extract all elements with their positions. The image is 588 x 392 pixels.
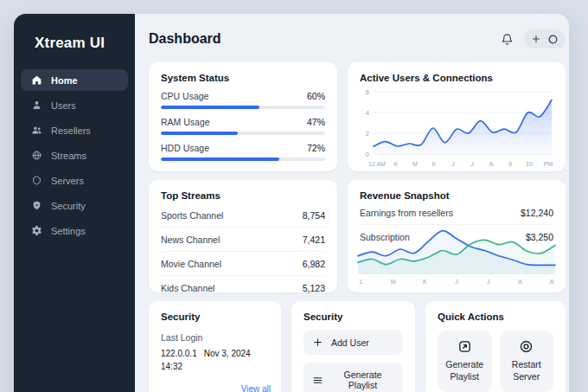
plus-icon: [531, 34, 541, 44]
sidebar-item-label: Security: [51, 201, 86, 211]
sidebar-item-streams[interactable]: Streams: [21, 145, 128, 166]
metric-hdd: HDD Usage72%: [161, 143, 325, 161]
svg-text:6: 6: [366, 88, 369, 96]
revenue-chart: LMKJJAA: [356, 220, 557, 289]
stream-value: 8,754: [303, 210, 325, 221]
sidebar-item-label: Users: [51, 100, 76, 111]
progress-bar-track: [161, 157, 325, 161]
svg-text:PM: PM: [544, 161, 553, 167]
user-icon: [31, 100, 42, 111]
svg-text:4: 4: [366, 109, 369, 117]
security-actions-title: Security: [304, 312, 403, 322]
sidebar-item-servers[interactable]: Servers: [21, 170, 128, 191]
system-status-title: System Status: [161, 73, 325, 83]
revenue-chart-svg: LMKJJAA: [356, 220, 557, 286]
metric-cpu: CPU Usage60%: [161, 91, 325, 109]
stream-value: 7,421: [303, 235, 325, 245]
home-icon: [31, 74, 42, 86]
progress-bar-track: [161, 106, 325, 109]
row-1: System Status CPU Usage60%RAM Usage47%HD…: [149, 62, 566, 171]
svg-text:J: J: [455, 279, 458, 285]
svg-text:2: 2: [366, 130, 369, 138]
progress-bar-fill: [161, 132, 238, 135]
restart-icon: [519, 339, 534, 354]
users-chart-svg: 024612 AMKMKJJA910PM: [360, 88, 553, 168]
system-status-card: System Status CPU Usage60%RAM Usage47%HD…: [149, 62, 337, 171]
stream-label: Kids Channel: [161, 283, 214, 293]
metric-label: HDD Usage: [161, 143, 209, 153]
security-info-title: Security: [161, 312, 269, 322]
restart-server-button[interactable]: Restart Server: [500, 331, 554, 392]
main-content: Dashboard System Status: [135, 14, 569, 392]
stream-row: News Channel7,421: [161, 228, 325, 252]
top-streams-list: Sports Channel8,754News Channel7,421Movi…: [161, 203, 325, 299]
sidebar-item-resellers[interactable]: Resellers: [21, 119, 128, 141]
row-3: Security Last Login 122.0.0.1 Nov 3, 202…: [149, 301, 566, 392]
quick-actions-title: Quick Actions: [438, 312, 553, 322]
topbar-actions: [498, 29, 566, 48]
user-menu-button[interactable]: [524, 29, 566, 48]
quick-actions-buttons: Generate PlaylistRestart Server: [438, 331, 553, 392]
sidebar-item-security[interactable]: Security: [21, 195, 128, 216]
metric-ram: RAM Usage47%: [161, 117, 325, 135]
generate-playlist-button[interactable]: Generate Playlist: [438, 331, 492, 392]
stream-label: News Channel: [161, 235, 220, 245]
view-all-link[interactable]: View all: [241, 384, 271, 392]
stream-row: Movie Channel6,982: [161, 252, 325, 276]
active-users-chart: 024612 AMKMKJJA910PM: [360, 88, 553, 171]
add-user-button[interactable]: Add User: [304, 330, 403, 355]
svg-text:0: 0: [366, 151, 369, 158]
button-label: Restart Server: [503, 359, 551, 382]
topbar: Dashboard: [149, 26, 566, 52]
sidebar-nav: HomeUsersResellersStreamsServersSecurity…: [21, 69, 128, 241]
notifications-bell-icon[interactable]: [498, 30, 515, 48]
svg-text:J: J: [451, 161, 455, 167]
svg-text:K: K: [423, 279, 427, 285]
shield-icon: [31, 200, 42, 211]
security-info-card: Security Last Login 122.0.0.1 Nov 3, 202…: [149, 301, 281, 392]
button-label: Generate Playlist: [331, 370, 394, 390]
top-streams-card: Top Streams Sports Channel8,754News Chan…: [149, 180, 337, 292]
sidebar-item-label: Home: [51, 75, 78, 86]
metric-label: CPU Usage: [161, 91, 208, 101]
revenue-title: Revenue Snapshot: [360, 190, 553, 201]
svg-text:A: A: [518, 279, 522, 285]
last-login-label: Last Login: [161, 332, 269, 343]
svg-text:M: M: [391, 279, 396, 285]
generate-playlist-button[interactable]: Generate Playlist: [304, 363, 403, 392]
sidebar-item-label: Settings: [51, 226, 86, 236]
progress-bar-fill: [161, 157, 279, 161]
stream-value: 6,982: [303, 259, 325, 269]
svg-text:12 AM: 12 AM: [368, 161, 386, 167]
stream-label: Sports Channel: [161, 210, 223, 221]
progress-bar-fill: [161, 106, 259, 109]
gear-icon: [31, 225, 42, 236]
top-streams-title: Top Streams: [161, 190, 325, 201]
svg-text:K: K: [394, 161, 399, 167]
metric-label: RAM Usage: [161, 117, 210, 127]
svg-text:A: A: [489, 161, 494, 167]
svg-text:L: L: [360, 279, 363, 285]
sidebar-item-home[interactable]: Home: [21, 69, 128, 91]
svg-text:K: K: [432, 161, 437, 167]
last-login-time: 14:32: [161, 362, 269, 371]
app-logo: Xtream UI: [21, 29, 128, 69]
last-login-details: 122.0.0.1 Nov 3, 2024: [161, 349, 269, 358]
metric-value: 60%: [307, 91, 325, 101]
globe-icon: [31, 150, 42, 161]
playlist-icon: [457, 339, 472, 354]
svg-text:A: A: [550, 279, 554, 285]
active-users-card: Active Users & Connections 024612 AMKMKJ…: [348, 62, 566, 171]
svg-text:M: M: [412, 161, 418, 167]
last-login-ip: 122.0.0.1: [161, 349, 197, 358]
server-icon: [31, 175, 42, 186]
sidebar-item-label: Resellers: [51, 125, 91, 136]
sidebar-item-settings[interactable]: Settings: [21, 220, 128, 241]
svg-text:9: 9: [508, 161, 512, 167]
dashboard-grid: System Status CPU Usage60%RAM Usage47%HD…: [149, 62, 566, 392]
sidebar-item-users[interactable]: Users: [21, 94, 128, 116]
last-login-date: Nov 3, 2024: [204, 349, 251, 358]
security-actions-buttons: Add UserGenerate Playlist: [304, 330, 403, 392]
plus-icon: [312, 337, 323, 348]
system-status-metrics: CPU Usage60%RAM Usage47%HDD Usage72%: [161, 91, 325, 161]
